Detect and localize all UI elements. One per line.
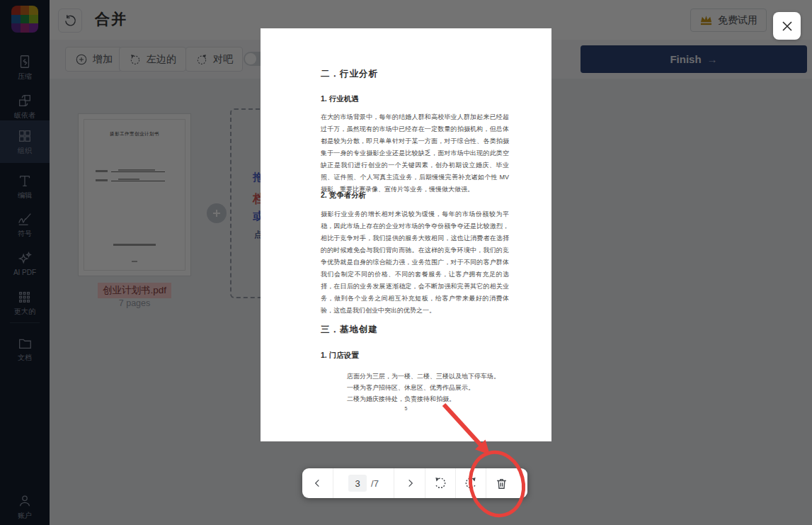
pdf-preview-page: 二．行业分析 1. 行业机遇 在大的市场背景中，每年的结婚人群和高校毕业人群加起…: [261, 28, 551, 441]
preview-rotate-left-button[interactable]: [425, 468, 456, 498]
prev-page-button[interactable]: [302, 468, 333, 498]
app-window: 压缩 皈依者 组织 编辑 符号: [0, 0, 812, 525]
chevron-right-icon: [404, 478, 416, 489]
doc-section-heading: 三．基地创建: [321, 324, 378, 336]
rotate-left-icon: [433, 476, 447, 490]
rotate-right-icon: [464, 476, 478, 490]
doc-section-heading: 二．行业分析: [321, 68, 378, 80]
trash-icon: [495, 477, 508, 490]
doc-subheading: 1. 门店设置: [321, 351, 359, 361]
doc-line: 二楼为婚庆接待处，负责接待和拍摄。: [347, 395, 517, 404]
page-total-label: /7: [371, 478, 379, 489]
doc-paragraph: 在大的市场背景中，每年的结婚人群和高校毕业人群加起来已经超过千万，虽然现有的市场…: [321, 111, 509, 196]
doc-subheading: 1. 行业机遇: [321, 94, 359, 104]
next-page-button[interactable]: [394, 468, 425, 498]
chevron-left-icon: [312, 478, 324, 489]
page-number-input[interactable]: [348, 475, 367, 492]
delete-page-button[interactable]: [486, 468, 517, 498]
preview-pager-bar: /7: [302, 468, 527, 498]
doc-footnote-number: 5: [261, 406, 551, 411]
page-indicator: /7: [333, 468, 394, 498]
close-icon: [780, 19, 794, 33]
doc-line: 店面分为三层，为一楼、二楼、三楼以及地下停车场。: [347, 372, 517, 381]
preview-rotate-right-button[interactable]: [456, 468, 486, 498]
doc-subheading: 2. 竞争者分析: [321, 191, 366, 201]
doc-paragraph: 摄影行业业务的增长相对来说较为缓慢，每年的市场份额较为平稳，因此市场上存在的企业…: [321, 208, 509, 317]
close-preview-button[interactable]: [773, 12, 801, 40]
doc-line: 一楼为客户招待区、休息区、优秀作品展示。: [347, 383, 517, 393]
